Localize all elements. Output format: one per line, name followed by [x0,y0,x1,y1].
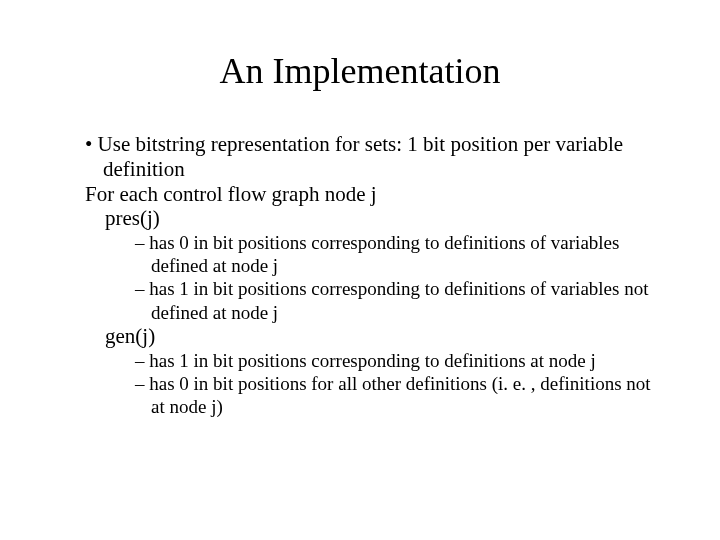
slide-title: An Implementation [55,50,665,92]
line-foreach: For each control flow graph node j [85,182,665,207]
gen-sub-2: has 0 in bit positions for all other def… [135,372,665,418]
bullet-1: Use bitstring representation for sets: 1… [85,132,665,182]
pres-label: pres(j) [105,206,665,231]
slide: An Implementation Use bitstring represen… [0,0,720,540]
pres-sub-2: has 1 in bit positions corresponding to … [135,277,665,323]
pres-sub-1: has 0 in bit positions corresponding to … [135,231,665,277]
gen-sub-1: has 1 in bit positions corresponding to … [135,349,665,372]
slide-body: Use bitstring representation for sets: 1… [55,132,665,418]
gen-label: gen(j) [105,324,665,349]
